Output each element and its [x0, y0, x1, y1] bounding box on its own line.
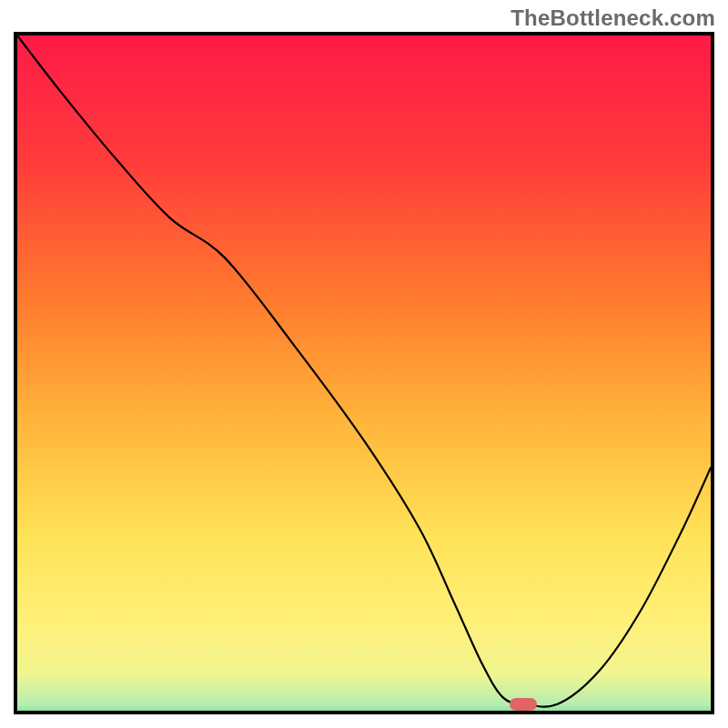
plot-area [14, 32, 714, 714]
line-series [17, 35, 711, 711]
chart-frame: TheBottleneck.com [0, 0, 728, 728]
watermark-text: TheBottleneck.com [511, 5, 715, 31]
optimal-point-marker [510, 698, 537, 711]
